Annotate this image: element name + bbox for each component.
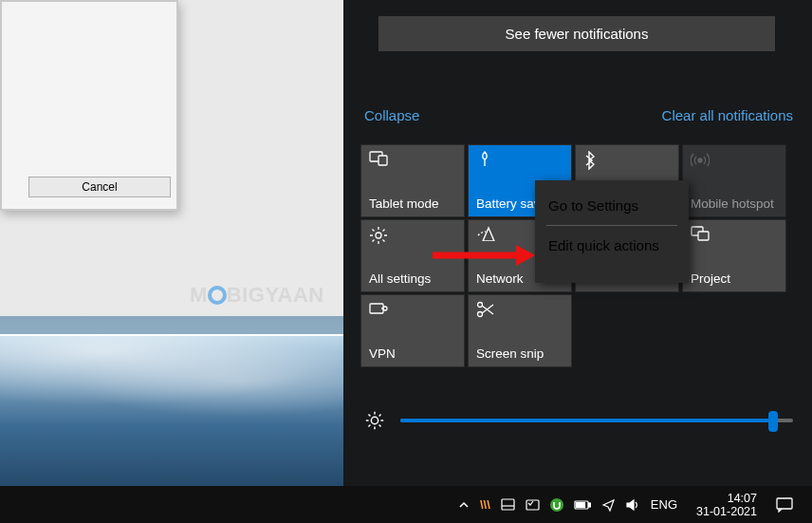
taskbar-clock[interactable]: 14:07 31-01-2021 bbox=[696, 486, 757, 523]
brightness-icon bbox=[364, 410, 385, 431]
svg-rect-1 bbox=[378, 156, 387, 165]
clock-date: 31-01-2021 bbox=[696, 505, 757, 518]
svg-point-18 bbox=[550, 498, 563, 512]
svg-point-3 bbox=[698, 159, 702, 162]
gear-icon bbox=[369, 226, 388, 245]
quick-action-all-settings[interactable]: All settings bbox=[360, 219, 465, 292]
desktop-wallpaper bbox=[0, 334, 343, 486]
svg-point-11 bbox=[478, 312, 483, 317]
svg-rect-22 bbox=[777, 498, 792, 509]
svg-rect-7 bbox=[698, 232, 709, 240]
svg-rect-20 bbox=[588, 503, 590, 507]
svg-rect-21 bbox=[576, 502, 584, 507]
watermark-o-icon bbox=[208, 286, 227, 305]
svg-point-12 bbox=[371, 417, 378, 423]
snip-icon bbox=[476, 301, 495, 318]
quick-action-project[interactable]: Project bbox=[682, 219, 786, 292]
hotspot-icon bbox=[691, 151, 710, 166]
watermark-text: MBIGYAAN bbox=[190, 283, 324, 308]
quick-action-label: Network bbox=[476, 271, 524, 286]
context-edit-quick-actions[interactable]: Edit quick actions bbox=[544, 232, 679, 259]
tray-battery-icon[interactable] bbox=[574, 499, 591, 511]
quick-action-context-menu: Go to Settings Edit quick actions bbox=[535, 180, 689, 283]
clear-all-notifications-link[interactable]: Clear all notifications bbox=[662, 107, 793, 123]
quick-action-tablet-mode[interactable]: Tablet mode bbox=[360, 144, 465, 217]
wifi-icon bbox=[476, 226, 495, 241]
system-tray[interactable]: \\\ ENG bbox=[458, 486, 677, 523]
svg-rect-8 bbox=[370, 304, 383, 313]
quick-action-vpn[interactable]: VPN bbox=[360, 294, 465, 367]
brightness-thumb[interactable] bbox=[768, 411, 778, 432]
quick-action-mobile-hotspot[interactable]: Mobile hotspot bbox=[682, 144, 786, 217]
quick-action-screen-snip[interactable]: Screen snip bbox=[468, 294, 572, 367]
svg-rect-15 bbox=[502, 499, 514, 510]
vpn-icon bbox=[369, 301, 388, 316]
quick-action-label: Tablet mode bbox=[369, 196, 439, 211]
tray-security-icon[interactable] bbox=[526, 497, 540, 512]
tray-touchpad-icon[interactable] bbox=[501, 498, 515, 511]
brightness-fill bbox=[400, 419, 773, 422]
taskbar: \\\ ENG 14:07 31-01-2021 bbox=[0, 486, 812, 523]
quick-action-label: Mobile hotspot bbox=[691, 196, 774, 211]
context-go-to-settings[interactable]: Go to Settings bbox=[544, 192, 679, 219]
brightness-slider[interactable] bbox=[364, 410, 793, 431]
cancel-button[interactable]: Cancel bbox=[28, 177, 171, 197]
dialog-window: Cancel bbox=[0, 0, 178, 211]
svg-point-4 bbox=[376, 233, 381, 238]
context-separator bbox=[546, 225, 677, 226]
tray-utorrent-icon[interactable] bbox=[550, 498, 563, 512]
svg-point-10 bbox=[478, 303, 483, 308]
action-center-button[interactable] bbox=[766, 486, 803, 523]
collapse-link[interactable]: Collapse bbox=[364, 107, 419, 123]
quick-action-label: Project bbox=[691, 271, 730, 286]
quick-action-label: VPN bbox=[369, 346, 396, 361]
tray-airplane-icon[interactable] bbox=[601, 497, 616, 512]
desktop-background: Cancel MBIGYAAN bbox=[0, 0, 343, 486]
tray-chevron-up-icon[interactable] bbox=[458, 499, 470, 511]
quick-action-label: All settings bbox=[369, 271, 431, 286]
tray-volume-icon[interactable] bbox=[626, 498, 640, 512]
see-fewer-notifications-button[interactable]: See fewer notifications bbox=[378, 16, 775, 51]
tablet-icon bbox=[369, 151, 388, 166]
battery-icon bbox=[476, 151, 493, 168]
language-indicator[interactable]: ENG bbox=[651, 497, 677, 512]
clock-time: 14:07 bbox=[728, 492, 757, 505]
svg-point-9 bbox=[383, 307, 387, 310]
quick-action-label: Screen snip bbox=[476, 346, 544, 361]
brightness-track[interactable] bbox=[400, 419, 793, 422]
bt-icon bbox=[583, 151, 595, 170]
project-icon bbox=[691, 226, 710, 241]
tray-app-icon[interactable]: \\\ bbox=[480, 497, 490, 512]
